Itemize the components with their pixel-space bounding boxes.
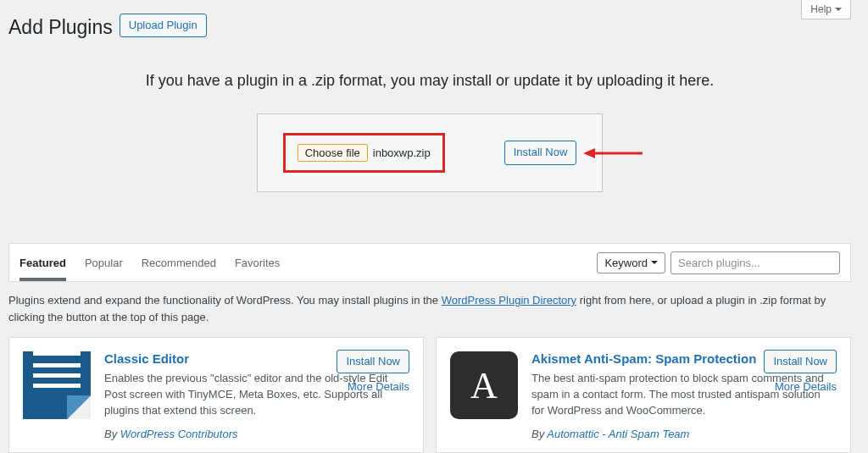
upload-panel: Choose file inboxwp.zip Install Now (257, 113, 604, 192)
page-header: Add Plugins Upload Plugin (8, 8, 851, 42)
upload-instructions: If you have a plugin in a .zip format, y… (8, 72, 851, 90)
plugin-card: Classic Editor Enables the previous "cla… (8, 337, 424, 453)
tab-popular[interactable]: Popular (85, 245, 123, 281)
plugins-description: Plugins extend and expand the functional… (8, 292, 851, 325)
tab-recommended[interactable]: Recommended (142, 245, 216, 281)
plugin-author: By Automattic - Anti Spam Team (531, 428, 835, 440)
more-details-link[interactable]: More Details (337, 380, 409, 393)
annotation-arrow-icon (583, 146, 643, 160)
help-tab[interactable]: Help (801, 0, 851, 19)
upload-area: If you have a plugin in a .zip format, y… (8, 72, 851, 192)
plugin-author: By WordPress Contributors (104, 428, 408, 440)
desc-prefix: Plugins extend and expand the functional… (8, 294, 442, 307)
svg-marker-1 (583, 148, 595, 158)
filter-tabs: Featured Popular Recommended Favorites (19, 245, 597, 281)
selected-filename: inboxwp.zip (373, 146, 431, 159)
plugin-directory-link[interactable]: WordPress Plugin Directory (442, 294, 576, 307)
search-type-select[interactable]: Keyword (597, 252, 665, 273)
filter-bar: Featured Popular Recommended Favorites K… (8, 243, 851, 282)
help-label: Help (810, 3, 832, 15)
more-details-link[interactable]: More Details (764, 380, 837, 393)
file-picker-highlight: Choose file inboxwp.zip (283, 133, 445, 173)
tab-featured[interactable]: Featured (19, 245, 66, 281)
upload-plugin-button[interactable]: Upload Plugin (120, 14, 207, 37)
plugin-card-list: Classic Editor Enables the previous "cla… (8, 337, 851, 453)
chevron-down-icon (835, 8, 842, 14)
plugin-author-link[interactable]: WordPress Contributors (120, 428, 238, 440)
plugin-icon-classic-editor (23, 351, 91, 419)
tab-favorites[interactable]: Favorites (235, 245, 280, 281)
plugin-author-link[interactable]: Automattic - Anti Spam Team (547, 428, 689, 440)
chevron-down-icon (651, 261, 658, 268)
plugin-icon-akismet: A (450, 351, 518, 419)
choose-file-button[interactable]: Choose file (298, 144, 368, 162)
search-type-value: Keyword (604, 257, 648, 269)
install-plugin-button[interactable]: Install Now (337, 350, 409, 373)
install-plugin-button[interactable]: Install Now (764, 350, 837, 373)
install-now-button[interactable]: Install Now (504, 141, 577, 164)
plugin-card: A Akismet Anti-Spam: Spam Protection The… (436, 337, 851, 453)
page-title: Add Plugins (8, 8, 113, 42)
search-input[interactable] (670, 251, 840, 274)
